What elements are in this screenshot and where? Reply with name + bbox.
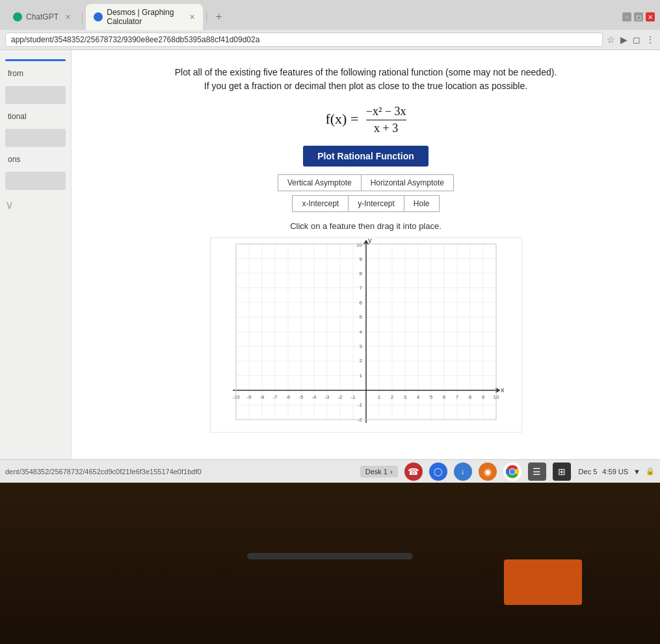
graph-container[interactable]: x y -10 -9 -8 -7 -6 -5 -4 -3 -2 -1 (210, 237, 522, 433)
maximize-button[interactable]: ◻ (634, 12, 643, 21)
y-axis-label: y (368, 237, 372, 244)
orange-desk-object (504, 559, 582, 605)
svg-text:7: 7 (455, 394, 458, 400)
svg-text:4: 4 (416, 394, 419, 400)
hole-button[interactable]: Hole (404, 195, 440, 212)
svg-text:-4: -4 (311, 394, 317, 400)
svg-text:-5: -5 (298, 394, 304, 400)
taskbar: dent/3548352/25678732/4652cd9c0f21fe6f3e… (0, 459, 660, 483)
tab-desmos[interactable]: Desmos | Graphing Calculator ✕ (86, 4, 203, 30)
svg-text:-3: -3 (324, 394, 330, 400)
sidebar-item-ons[interactable]: ons (0, 150, 71, 169)
svg-text:1: 1 (359, 373, 362, 379)
tab-chatgpt-close[interactable]: ✕ (65, 13, 71, 21)
bookmark-icon[interactable]: ☆ (607, 34, 615, 46)
tab-desmos-close[interactable]: ✕ (189, 13, 195, 21)
svg-text:-2: -2 (337, 394, 343, 400)
x-intercept-button[interactable]: x-Intercept (292, 195, 348, 212)
sidebar-box-2 (5, 129, 66, 147)
svg-text:10: 10 (356, 242, 362, 248)
taskbar-icon-red[interactable]: ☎ (404, 463, 423, 481)
taskbar-right: Dec 5 4:59 US ▼ 🔒 (579, 467, 655, 476)
window-controls: − ◻ ✕ (622, 12, 655, 21)
browser-window: ChatGPT ✕ | Desmos | Graphing Calculator… (0, 0, 660, 481)
sidebar-accent-line (5, 59, 66, 61)
feature-buttons-row2: x-Intercept y-Intercept Hole (292, 195, 439, 212)
laptop-bar (247, 553, 413, 559)
new-tab-button[interactable]: + (210, 8, 227, 27)
desk-label: Desk 1 (365, 468, 388, 476)
page-layout: from tional ons ∨ Log Out Plot all of th… (0, 50, 660, 481)
svg-text:-1: -1 (357, 402, 362, 408)
svg-text:6: 6 (442, 394, 445, 400)
taskbar-url: dent/3548352/25678732/4652cd9c0f21fe6f3e… (5, 468, 352, 476)
minimize-button[interactable]: − (622, 12, 631, 21)
desmos-icon (94, 12, 103, 21)
play-icon[interactable]: ▶ (620, 34, 627, 46)
function-label: f(x) = (325, 111, 358, 127)
close-button[interactable]: ✕ (646, 12, 655, 21)
address-bar[interactable]: app/student/3548352/25678732/9390e8ee276… (5, 33, 603, 47)
main-content: Plot all of the existing five features o… (72, 50, 660, 481)
svg-text:1: 1 (377, 394, 380, 400)
svg-text:-6: -6 (285, 394, 291, 400)
browser-chrome: ChatGPT ✕ | Desmos | Graphing Calculator… (0, 0, 660, 50)
address-bar-icons: ☆ ▶ ◻ ⋮ (607, 34, 655, 46)
svg-text:3: 3 (403, 394, 406, 400)
svg-text:5: 5 (429, 394, 432, 400)
formula-fraction: −x² − 3x x + 3 (366, 105, 406, 135)
graph-svg: x y -10 -9 -8 -7 -6 -5 -4 -3 -2 -1 (210, 237, 522, 433)
click-instruction: Click on a feature then drag it into pla… (290, 221, 442, 231)
svg-text:5: 5 (359, 314, 362, 320)
lock-icon: 🔒 (646, 467, 655, 476)
menu-dots-icon[interactable]: ⋮ (646, 34, 655, 46)
svg-text:-8: -8 (259, 394, 265, 400)
svg-point-75 (510, 469, 515, 474)
tab-desmos-label: Desmos | Graphing Calculator (107, 8, 183, 26)
feature-buttons-row1: Vertical Asymptote Horizontal Asymptote (278, 174, 454, 191)
taskbar-date: Dec 5 (579, 468, 598, 476)
tab-bar: ChatGPT ✕ | Desmos | Graphing Calculator… (0, 0, 660, 30)
desk-arrow-icon: › (390, 468, 393, 476)
tab-separator: | (80, 11, 85, 23)
instruction-text: Plot all of the existing five features o… (175, 66, 557, 93)
taskbar-icon-extra[interactable]: ⊞ (553, 463, 571, 481)
svg-text:9: 9 (481, 394, 484, 400)
tab-chatgpt[interactable]: ChatGPT ✕ (5, 8, 79, 25)
sidebar-box-1 (5, 86, 66, 104)
signal-icon: ▼ (633, 468, 640, 476)
sidebar-box-3 (5, 172, 66, 190)
svg-text:3: 3 (359, 343, 362, 349)
taskbar-desk[interactable]: Desk 1 › (360, 466, 398, 477)
svg-text:-9: -9 (246, 394, 252, 400)
sidebar-item-from[interactable]: from (0, 64, 71, 83)
taskbar-icon-circle[interactable]: ◯ (429, 463, 447, 481)
address-bar-row: app/student/3548352/25678732/9390e8ee276… (0, 30, 660, 49)
svg-text:-1: -1 (350, 394, 356, 400)
svg-text:-7: -7 (272, 394, 278, 400)
svg-text:2: 2 (359, 358, 362, 364)
formula-block: f(x) = −x² − 3x x + 3 (325, 105, 406, 135)
horizontal-asymptote-button[interactable]: Horizontal Asymptote (361, 174, 454, 191)
copy-icon[interactable]: ◻ (633, 34, 640, 46)
formula-denominator: x + 3 (374, 120, 398, 135)
taskbar-icons: Desk 1 › ☎ ◯ ↓ ◉ (360, 463, 571, 481)
taskbar-icon-down[interactable]: ↓ (454, 463, 472, 481)
svg-text:7: 7 (359, 285, 362, 291)
sidebar: from tional ons ∨ Log Out (0, 50, 72, 481)
taskbar-icon-menu[interactable]: ☰ (528, 463, 546, 481)
taskbar-icon-chrome[interactable] (503, 463, 521, 481)
sidebar-item-tional[interactable]: tional (0, 107, 71, 126)
x-axis-label: x (501, 386, 505, 394)
formula-numerator: −x² − 3x (366, 105, 406, 120)
svg-text:8: 8 (359, 271, 362, 276)
taskbar-time: 4:59 US (602, 468, 628, 476)
tab-separator2: | (204, 11, 209, 23)
tab-chatgpt-label: ChatGPT (26, 12, 59, 21)
svg-text:6: 6 (359, 300, 362, 306)
desk-surface (0, 483, 660, 644)
y-intercept-button[interactable]: y-Intercept (348, 195, 404, 212)
vertical-asymptote-button[interactable]: Vertical Asymptote (278, 174, 361, 191)
taskbar-icon-orange[interactable]: ◉ (479, 463, 497, 481)
plot-rational-function-button[interactable]: Plot Rational Function (303, 146, 429, 167)
